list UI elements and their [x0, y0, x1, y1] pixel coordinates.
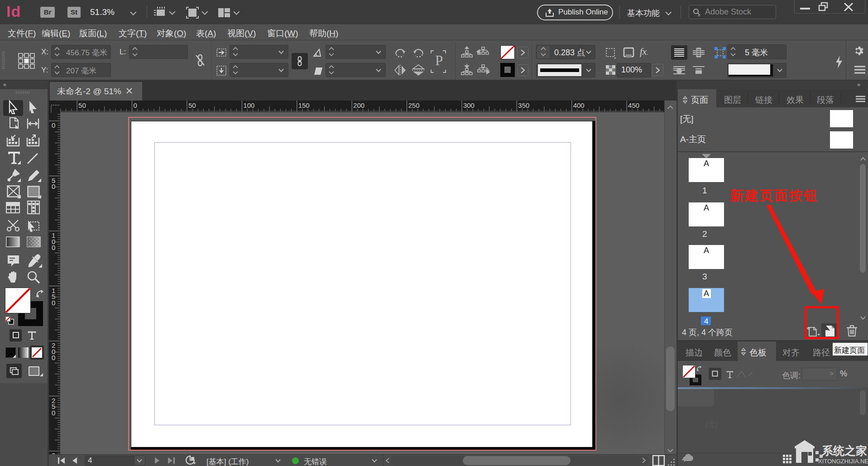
svg-text:450: 450 — [628, 101, 639, 109]
svg-text:XITONGZHIJIA.NET: XITONGZHIJIA.NET — [818, 458, 868, 465]
svg-text:150: 150 — [298, 101, 310, 109]
svg-text:0: 0 — [52, 409, 55, 417]
svg-text:250: 250 — [408, 101, 420, 109]
svg-text:400: 400 — [573, 101, 585, 109]
svg-text:50: 50 — [188, 101, 196, 109]
svg-text:0: 0 — [52, 183, 55, 190]
svg-text:系统之家: 系统之家 — [821, 444, 867, 457]
svg-text:200: 200 — [353, 101, 364, 109]
svg-text:100: 100 — [243, 101, 254, 109]
svg-text:0: 0 — [134, 101, 137, 109]
svg-text:350: 350 — [518, 101, 529, 109]
svg-text:300: 300 — [463, 101, 475, 109]
svg-text:0: 0 — [52, 244, 55, 251]
svg-text:0: 0 — [52, 354, 55, 361]
svg-text:0: 0 — [52, 299, 55, 307]
svg-text:0: 0 — [52, 121, 55, 129]
svg-text:50: 50 — [78, 101, 86, 109]
